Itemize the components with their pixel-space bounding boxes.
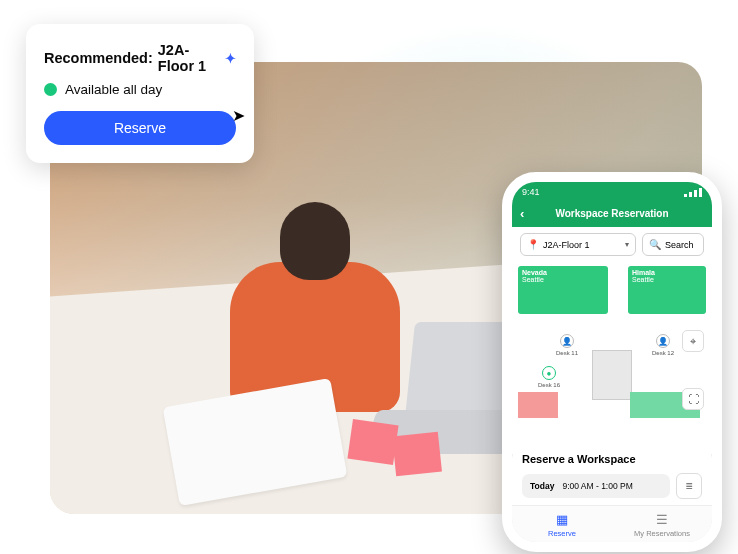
- filter-button[interactable]: ≡: [676, 473, 702, 499]
- desk-12[interactable]: 👤 Desk 12: [652, 334, 674, 356]
- wall-block: [592, 350, 632, 400]
- notebook-illustration: [163, 378, 348, 506]
- search-icon: 🔍: [649, 239, 661, 250]
- recommendation-title: Recommended: J2A-Floor 1 ✦: [44, 42, 236, 74]
- room-left-sub: Seattle: [522, 276, 604, 283]
- availability-text: Available all day: [65, 82, 162, 97]
- reserve-panel-title: Reserve a Workspace: [522, 453, 702, 465]
- my-reservations-icon: ☰: [656, 512, 668, 527]
- location-picker[interactable]: 📍 J2A-Floor 1 ▾: [520, 233, 636, 256]
- locate-me-button[interactable]: ⌖: [682, 330, 704, 352]
- desk-11[interactable]: 👤 Desk 11: [556, 334, 578, 356]
- status-dot-icon: [44, 83, 57, 96]
- recommendation-title-prefix: Recommended:: [44, 50, 153, 66]
- room-right-sub: Seattle: [632, 276, 702, 283]
- desk-16[interactable]: ● Desk 16: [538, 366, 560, 388]
- back-icon[interactable]: ‹: [520, 206, 524, 221]
- reserve-tab-icon: ▦: [556, 512, 568, 527]
- search-button[interactable]: 🔍 Search: [642, 233, 704, 256]
- desk-11-label: Desk 11: [556, 350, 578, 356]
- desk-available-icon: ●: [542, 366, 556, 380]
- desk-icon: 👤: [560, 334, 574, 348]
- sparkle-icon: ✦: [225, 51, 236, 66]
- time-picker-range: 9:00 AM - 1:00 PM: [562, 481, 632, 491]
- phone-header: ‹ Workspace Reservation: [512, 202, 712, 227]
- floorplan[interactable]: Nevada Seattle Himala Seattle 👤 Desk 11 …: [512, 262, 712, 454]
- room-left[interactable]: Nevada Seattle: [518, 266, 608, 314]
- phone-clock: 9:41: [522, 187, 540, 197]
- room-right-name: Himala: [632, 269, 702, 276]
- tab-my-reservations-label: My Reservations: [634, 529, 690, 538]
- phone-status-bar: 9:41: [512, 182, 712, 202]
- room-right[interactable]: Himala Seattle: [628, 266, 706, 314]
- pin-icon: 📍: [527, 239, 539, 250]
- time-picker-day: Today: [530, 481, 554, 491]
- phone-header-title: Workspace Reservation: [555, 208, 668, 219]
- time-picker[interactable]: Today 9:00 AM - 1:00 PM: [522, 474, 670, 498]
- tab-reserve-label: Reserve: [548, 529, 576, 538]
- chevron-down-icon: ▾: [625, 240, 629, 249]
- desk-12-label: Desk 12: [652, 350, 674, 356]
- search-label: Search: [665, 240, 694, 250]
- tab-bar: ▦ Reserve ☰ My Reservations: [512, 505, 712, 542]
- reserve-button[interactable]: Reserve: [44, 111, 236, 145]
- desk-icon: 👤: [656, 334, 670, 348]
- fullscreen-button[interactable]: ⛶: [682, 388, 704, 410]
- availability-row: Available all day: [44, 82, 236, 97]
- room-left-name: Nevada: [522, 269, 604, 276]
- tab-reserve[interactable]: ▦ Reserve: [512, 506, 612, 542]
- phone-toolbar: 📍 J2A-Floor 1 ▾ 🔍 Search: [512, 227, 712, 262]
- filter-icon: ≡: [685, 479, 692, 493]
- phone-mockup: 9:41 ‹ Workspace Reservation 📍 J2A-Floor…: [502, 172, 722, 552]
- signal-icon: [684, 188, 702, 197]
- desk-16-label: Desk 16: [538, 382, 560, 388]
- location-picker-label: J2A-Floor 1: [543, 240, 590, 250]
- tab-my-reservations[interactable]: ☰ My Reservations: [612, 506, 712, 542]
- unavailable-space: [518, 392, 558, 418]
- sticky-note: [392, 432, 442, 477]
- cursor-icon: ➤: [232, 106, 245, 125]
- recommendation-card: Recommended: J2A-Floor 1 ✦ Available all…: [26, 24, 254, 163]
- recommendation-title-value: J2A-Floor 1: [158, 42, 220, 74]
- sticky-note: [347, 419, 398, 465]
